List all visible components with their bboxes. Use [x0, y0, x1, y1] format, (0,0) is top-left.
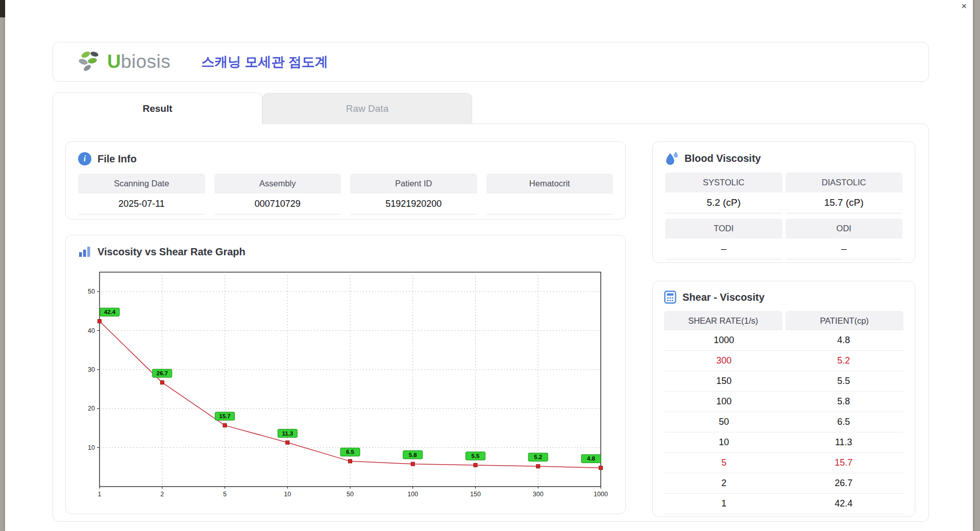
field-value-assembly: 000710729: [214, 194, 341, 214]
svg-text:6.5: 6.5: [346, 449, 355, 455]
logo-text: Ubiosis: [107, 51, 170, 73]
odi-header: ODI: [786, 219, 903, 238]
shear-rate-cell: 150: [664, 371, 784, 391]
svg-text:5.5: 5.5: [472, 453, 480, 459]
field-label-assembly: Assembly: [214, 174, 341, 194]
blood-viscosity-row-1: SYSTOLIC DIASTOLIC 5.2 (cP) 15.7 (cP): [665, 173, 902, 213]
info-icon: i: [78, 152, 91, 165]
svg-text:2: 2: [160, 491, 164, 498]
patient-cell: 5.5: [784, 371, 904, 391]
svg-text:10: 10: [88, 444, 95, 451]
shear-rate-cell: 10: [664, 432, 784, 452]
shear-table-header: SHEAR RATE(1/s) PATIENT(cp): [664, 311, 903, 330]
table-row: 1 42.4: [664, 494, 903, 514]
shear-rate-cell: 50: [664, 412, 784, 432]
field-value-hematocrit: [486, 194, 614, 214]
field-value-scanning-date: 2025-07-11: [78, 194, 205, 214]
calculator-icon: [664, 291, 676, 304]
shear-viscosity-header: Shear - Viscosity: [664, 291, 903, 304]
field-label-patient-id: Patient ID: [350, 174, 477, 194]
svg-text:5: 5: [223, 491, 227, 498]
app-header: Ubiosis 스캐닝 모세관 점도계: [53, 42, 929, 82]
field-label-hematocrit: Hematocrit: [486, 174, 614, 194]
logo-text-u: U: [107, 51, 121, 72]
field-value-patient-id: 51921920200: [350, 194, 477, 214]
chart-area: 10203040501251050100150300100042.426.715…: [78, 264, 613, 506]
svg-text:40: 40: [88, 327, 95, 334]
water-drop-icon: [665, 151, 678, 165]
file-info-title: File Info: [97, 153, 137, 165]
table-row: 150 5.5: [664, 371, 903, 392]
table-row: 1000 4.8: [664, 330, 903, 351]
table-row: 100 5.8: [664, 392, 903, 412]
patient-cell: 42.4: [784, 494, 904, 514]
blood-viscosity-header: Blood Viscosity: [665, 151, 902, 165]
shear-viscosity-panel: Shear - Viscosity SHEAR RATE(1/s) PATIEN…: [652, 281, 915, 517]
patient-cell: 26.7: [784, 473, 904, 493]
svg-text:15.7: 15.7: [219, 413, 230, 419]
tab-result[interactable]: Result: [53, 92, 262, 124]
odi-value: –: [786, 238, 903, 259]
bar-chart-icon: [78, 246, 91, 258]
graph-header: Viscosity vs Shear Rate Graph: [78, 246, 613, 258]
svg-text:1000: 1000: [594, 491, 608, 498]
ubiosis-logo: Ubiosis: [78, 50, 170, 74]
shear-table-body: 1000 4.8 300 5.2 150 5.5 100 5.8 50 6.: [664, 330, 903, 514]
svg-text:300: 300: [533, 491, 544, 498]
patient-cell: 4.8: [784, 330, 904, 350]
tab-raw-data[interactable]: Raw Data: [262, 93, 472, 124]
patient-cell: 15.7: [784, 453, 904, 473]
diastolic-value: 15.7 (cP): [786, 192, 903, 213]
viscosity-chart-svg: 10203040501251050100150300100042.426.715…: [78, 264, 609, 504]
shear-rate-cell: 300: [664, 351, 784, 371]
window-titlebar: ×: [5, 0, 973, 13]
shear-rate-cell: 100: [664, 392, 784, 412]
table-row: 300 5.2: [664, 351, 903, 371]
viscosity-graph-panel: Viscosity vs Shear Rate Graph 1020304050…: [65, 235, 626, 514]
table-row: 5 15.7: [664, 453, 903, 473]
svg-text:26.7: 26.7: [157, 370, 168, 376]
patient-cell: 5.8: [784, 392, 904, 412]
shear-rate-cell: 2: [664, 473, 784, 493]
svg-text:1: 1: [98, 491, 102, 498]
svg-text:10: 10: [284, 491, 291, 498]
systolic-header: SYSTOLIC: [665, 173, 782, 192]
svg-text:4.8: 4.8: [587, 455, 596, 462]
app-window: × Ubiosis 스캐닝 모세관 점도계 Result Raw Data i …: [5, 0, 973, 531]
patient-cell: 5.2: [784, 351, 904, 371]
svg-text:42.4: 42.4: [104, 309, 116, 315]
svg-text:100: 100: [407, 491, 418, 498]
shear-rate-column-header: SHEAR RATE(1/s): [664, 311, 782, 330]
field-label-scanning-date: Scanning Date: [78, 174, 205, 194]
shear-rate-cell: 5: [664, 453, 784, 473]
logo-text-rest: biosis: [121, 51, 171, 72]
graph-title: Viscosity vs Shear Rate Graph: [97, 246, 246, 258]
file-info-panel: i File Info Scanning Date Assembly Patie…: [65, 141, 626, 220]
close-icon[interactable]: ×: [961, 2, 967, 11]
svg-text:50: 50: [347, 491, 354, 498]
result-content-card: i File Info Scanning Date Assembly Patie…: [53, 124, 929, 522]
blood-viscosity-panel: Blood Viscosity SYSTOLIC DIASTOLIC 5.2 (…: [652, 141, 915, 263]
svg-text:11.3: 11.3: [282, 430, 293, 437]
app-title-korean: 스캐닝 모세관 점도계: [201, 53, 328, 71]
svg-text:5.2: 5.2: [534, 454, 542, 460]
svg-text:30: 30: [88, 366, 95, 373]
table-row: 10 11.3: [664, 432, 903, 453]
table-row: 50 6.5: [664, 412, 903, 432]
patient-cell: 11.3: [784, 432, 904, 452]
blood-viscosity-row-2: TODI ODI – –: [665, 219, 902, 259]
file-info-header: i File Info: [78, 152, 613, 165]
systolic-value: 5.2 (cP): [665, 192, 782, 213]
blood-viscosity-title: Blood Viscosity: [684, 153, 761, 164]
svg-text:150: 150: [470, 491, 481, 498]
todi-header: TODI: [665, 219, 782, 238]
svg-text:50: 50: [88, 288, 95, 295]
shear-rate-cell: 1000: [664, 330, 784, 350]
patient-column-header: PATIENT(cp): [786, 311, 904, 330]
file-info-fields: Scanning Date Assembly Patient ID Hemato…: [78, 174, 613, 214]
table-row: 2 26.7: [664, 473, 903, 494]
svg-text:5.8: 5.8: [409, 452, 418, 458]
patient-cell: 6.5: [784, 412, 904, 432]
shear-rate-cell: 1: [664, 494, 784, 514]
todi-value: –: [665, 238, 782, 259]
